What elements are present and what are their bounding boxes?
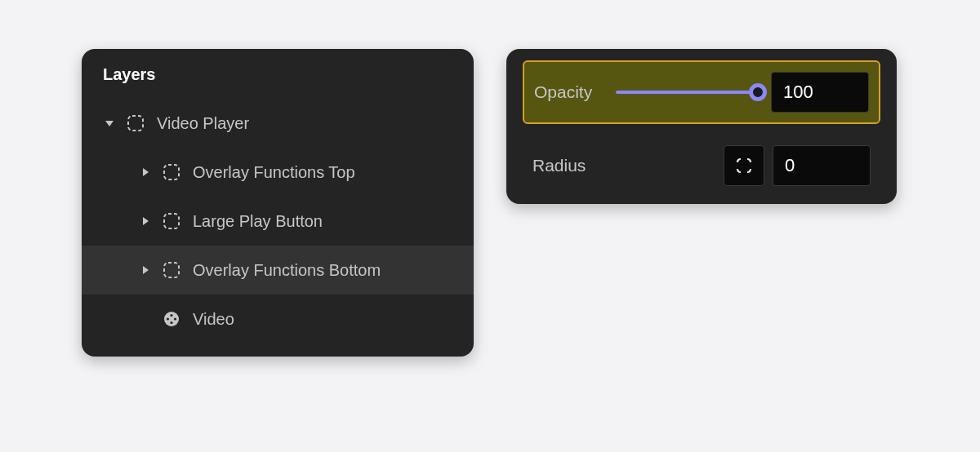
radius-label: Radius (532, 156, 614, 175)
svg-rect-5 (164, 214, 179, 228)
svg-marker-6 (143, 266, 149, 274)
disclosure-triangle-right-icon[interactable] (139, 215, 152, 228)
layer-row-video-player[interactable]: Video Player (82, 99, 474, 148)
slider-track (616, 91, 758, 94)
opacity-row: Opacity 100 (523, 60, 880, 124)
svg-point-11 (167, 317, 169, 320)
uniform-radius-button[interactable] (724, 145, 764, 186)
frame-icon (126, 113, 145, 133)
layer-row-large-play[interactable]: Large Play Button (82, 197, 474, 246)
layer-label: Large Play Button (193, 212, 323, 231)
svg-marker-0 (105, 121, 114, 126)
svg-point-12 (174, 317, 176, 320)
disclosure-triangle-right-icon[interactable] (139, 166, 152, 179)
svg-point-8 (164, 312, 179, 326)
frame-icon (162, 211, 181, 231)
corner-radius-icon (735, 157, 753, 175)
svg-rect-7 (164, 263, 179, 277)
properties-panel: Opacity 100 Radius 0 (506, 49, 897, 204)
frame-icon (162, 260, 181, 280)
slider-thumb[interactable] (749, 83, 767, 101)
layers-header: Layers (82, 49, 474, 99)
opacity-input[interactable]: 100 (771, 72, 869, 113)
layer-label: Video (193, 310, 234, 329)
svg-rect-1 (128, 116, 143, 131)
media-icon (162, 309, 181, 329)
opacity-slider[interactable] (616, 91, 758, 94)
layer-label: Video Player (157, 114, 249, 133)
svg-rect-3 (164, 165, 179, 179)
disclosure-triangle-down-icon[interactable] (103, 117, 116, 130)
radius-row: Radius 0 (523, 145, 880, 186)
radius-input[interactable]: 0 (773, 145, 871, 186)
svg-point-10 (170, 321, 172, 324)
layer-row-overlay-top[interactable]: Overlay Functions Top (82, 148, 474, 197)
layer-row-overlay-bottom[interactable]: Overlay Functions Bottom (82, 246, 474, 295)
svg-point-9 (170, 314, 172, 317)
layer-label: Overlay Functions Top (193, 163, 355, 182)
svg-marker-2 (143, 168, 149, 176)
layer-label: Overlay Functions Bottom (193, 261, 381, 280)
layer-row-video[interactable]: Video (82, 295, 474, 343)
disclosure-triangle-right-icon[interactable] (139, 264, 152, 277)
svg-marker-4 (143, 217, 149, 225)
layers-panel: Layers Video Player Overlay Functions To… (82, 49, 474, 357)
opacity-label: Opacity (534, 82, 616, 102)
frame-icon (162, 162, 181, 182)
